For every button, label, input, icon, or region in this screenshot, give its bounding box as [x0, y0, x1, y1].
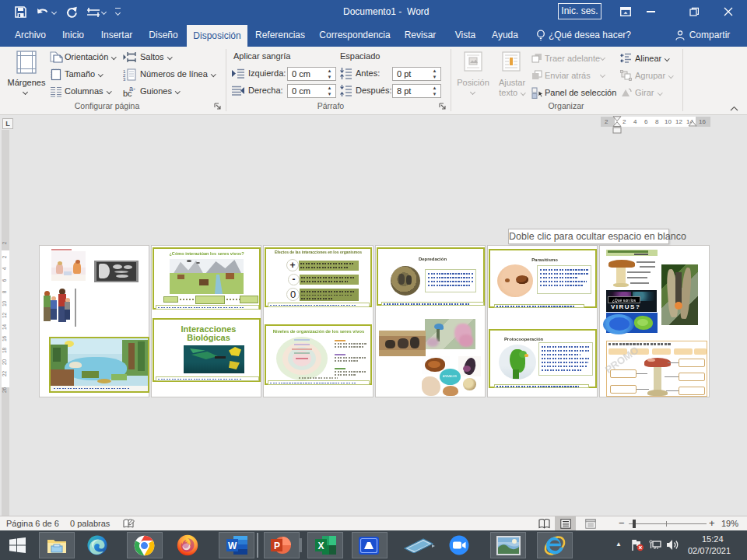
svg-text:a-: a-	[129, 86, 135, 93]
svg-text:X: X	[318, 541, 324, 551]
svg-text:W: W	[228, 541, 237, 551]
svg-text:P: P	[274, 541, 280, 551]
svg-text:3: 3	[123, 77, 126, 81]
